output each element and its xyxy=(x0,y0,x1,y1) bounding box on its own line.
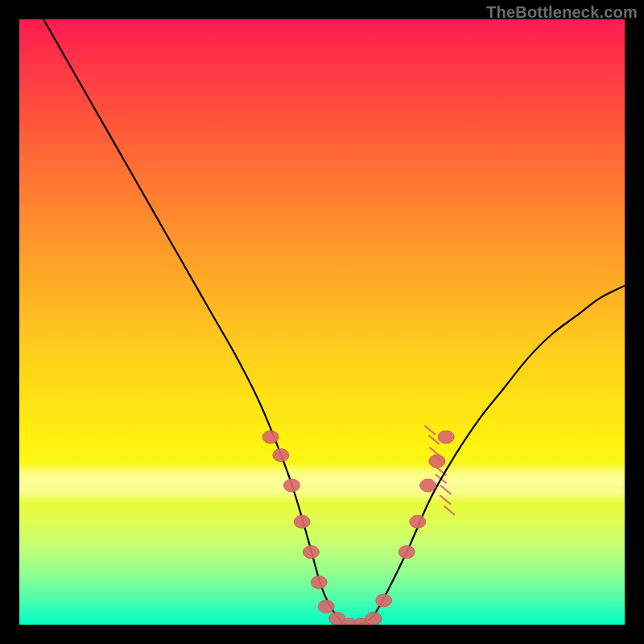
curve-marker xyxy=(318,600,334,613)
chart-frame: TheBottleneck.com xyxy=(0,0,644,644)
curve-marker xyxy=(311,576,327,588)
bottleneck-curve xyxy=(43,19,625,625)
curve-marker xyxy=(410,515,426,528)
curve-marker xyxy=(273,448,289,461)
curve-marker xyxy=(283,479,299,492)
curve-layer xyxy=(19,19,625,625)
curve-marker xyxy=(398,546,415,559)
curve-marker xyxy=(303,546,319,559)
curve-marker xyxy=(365,612,382,625)
curve-marker xyxy=(438,431,454,444)
curve-marker xyxy=(294,515,310,528)
hatch-stroke xyxy=(441,485,451,493)
hatch-stroke xyxy=(444,506,454,514)
watermark-text: TheBottleneck.com xyxy=(486,3,638,22)
hatch-stroke xyxy=(440,496,450,504)
hatch-stroke xyxy=(425,426,435,434)
curve-marker xyxy=(262,431,279,444)
curve-marker xyxy=(429,455,445,468)
hatch-stroke xyxy=(429,436,439,444)
plot-area xyxy=(19,19,625,625)
curve-markers xyxy=(262,431,454,625)
curve-marker xyxy=(420,479,436,492)
curve-marker xyxy=(376,594,392,607)
